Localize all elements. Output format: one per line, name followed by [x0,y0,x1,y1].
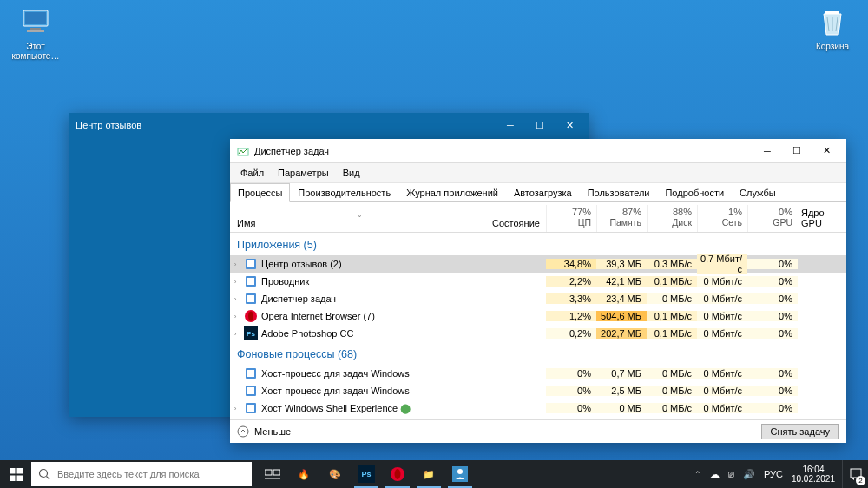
menu-options[interactable]: Параметры [271,165,336,181]
desktop-icon-label: Корзина [802,42,863,51]
notification-badge: 2 [856,476,865,485]
titlebar[interactable]: Центр отзывов ─ ☐ ✕ [69,113,589,137]
col-gpu[interactable]: 0%GPU [747,205,798,232]
titlebar[interactable]: Диспетчер задач ─ ☐ ✕ [230,139,846,163]
tab-0[interactable]: Процессы [230,183,290,202]
statusbar: Меньше Снять задачу [230,419,846,443]
fewer-details-button[interactable]: Меньше [237,425,291,438]
maximize-button[interactable]: ☐ [525,115,555,135]
mem-cell: 0 МБ [596,403,647,413]
col-state[interactable]: Состояние [489,213,546,232]
desktop-icon-thispc[interactable]: Этот компьюте… [5,5,66,61]
expand-chevron-icon[interactable]: › [230,260,240,268]
tray-chevron-icon[interactable]: ⌃ [694,470,701,478]
process-name: Хост Windows Shell Experience ⬤ [261,403,489,414]
taskmgr-icon [237,145,249,157]
process-row[interactable]: ›Центр отзывов (2)34,8%39,3 МБ0,3 МБ/с0,… [230,255,846,273]
clock[interactable]: 16:04 10.02.2021 [792,465,835,484]
maximize-button[interactable]: ☐ [782,141,812,162]
notifications-button[interactable]: 2 [842,460,868,488]
svg-rect-27 [265,470,272,475]
tab-3[interactable]: Автозагрузка [506,183,580,202]
end-task-button[interactable]: Снять задачу [761,424,840,439]
disk-cell: 0,3 МБ/с [647,259,697,269]
svg-rect-3 [27,30,44,32]
mem-cell: 0,7 МБ [596,368,647,379]
svg-line-26 [47,477,50,480]
cpu-cell: 2,2% [546,276,596,287]
volume-icon[interactable]: 🔊 [743,469,755,480]
process-row[interactable]: ›PsAdobe Photoshop CC0,2%202,7 МБ0,1 МБ/… [230,325,846,342]
disk-cell: 0,1 МБ/с [647,328,697,339]
net-cell: 0 Мбит/с [697,386,747,396]
process-row[interactable]: ›Opera Internet Browser (7)1,2%504,6 МБ0… [230,307,846,325]
taskbar-app-opera[interactable] [382,460,413,488]
wifi-icon[interactable]: ⎚ [728,469,734,479]
process-row[interactable]: Хост-процесс для задач Windows0%2,5 МБ0 … [230,382,846,399]
process-icon [244,257,258,271]
process-name: Диспетчер задач [261,293,489,304]
process-row[interactable]: ›Хост Windows Shell Experience ⬤0%0 МБ0 … [230,399,846,417]
process-list[interactable]: Приложения (5)›Центр отзывов (2)34,8%39,… [230,233,846,419]
svg-rect-17 [247,387,254,394]
expand-chevron-icon[interactable]: › [230,278,240,286]
cpu-cell: 0,2% [546,328,596,339]
expand-chevron-icon[interactable]: › [230,313,240,320]
taskbar-app[interactable]: 🎨 [319,460,351,488]
expand-chevron-icon[interactable]: › [230,330,240,338]
language-indicator[interactable]: РУС [764,469,783,479]
col-net[interactable]: 1%Сеть [697,205,747,232]
process-icon [244,401,258,415]
tab-5[interactable]: Подробности [657,183,732,202]
process-row[interactable]: ›Диспетчер задач3,3%23,4 МБ0 МБ/с0 Мбит/… [230,290,846,307]
gpu-cell: 0% [747,328,798,339]
menu-file[interactable]: Файл [233,165,271,181]
expand-chevron-icon[interactable]: › [230,295,240,303]
sort-indicator: ⌄ [357,211,363,219]
mem-cell: 2,5 МБ [596,386,647,396]
system-tray: ⌃ ☁ ⎚ 🔊 РУС 16:04 10.02.2021 [687,465,842,484]
process-icon [244,366,258,380]
col-mem[interactable]: 87%Память [596,205,647,232]
svg-rect-19 [247,405,254,412]
minimize-button[interactable]: ─ [753,141,782,162]
process-name: Opera Internet Browser (7) [261,311,489,321]
tab-1[interactable]: Производительность [290,183,398,202]
task-view-button[interactable] [257,460,288,488]
tab-6[interactable]: Службы [732,183,784,202]
start-button[interactable] [0,460,31,488]
minimize-button[interactable]: ─ [496,115,525,135]
col-name[interactable]: ⌄ Имя [230,213,489,232]
col-cpu[interactable]: 77%ЦП [546,205,596,232]
tab-4[interactable]: Пользователи [580,183,658,202]
desktop-icon-label: Этот компьюте… [5,42,66,61]
tab-2[interactable]: Журнал приложений [398,183,506,202]
taskbar-app[interactable]: 🔥 [288,460,319,488]
taskbar-app-feedback[interactable] [444,460,476,488]
close-button[interactable]: ✕ [812,141,841,162]
disk-cell: 0,1 МБ/с [647,276,697,287]
svg-rect-24 [16,475,23,481]
process-row[interactable]: ›Проводник2,2%42,1 МБ0,1 МБ/с0 Мбит/с0% [230,273,846,290]
gpu-cell: 0% [747,259,798,269]
menu-view[interactable]: Вид [336,165,367,181]
svg-point-13 [248,312,253,321]
svg-rect-2 [30,28,41,30]
process-icon [244,309,258,323]
taskbar-app-explorer[interactable]: 📁 [413,460,444,488]
col-disk[interactable]: 88%Диск [647,205,697,232]
onedrive-icon[interactable]: ☁ [710,469,720,480]
search-input[interactable]: Введите здесь текст для поиска [31,462,252,486]
disk-cell: 0,1 МБ/с [647,311,697,321]
svg-rect-4 [825,11,839,14]
net-cell: 0 Мбит/с [697,293,747,304]
col-gpu-engine[interactable]: Ядро GPU [798,202,846,232]
window-task-manager: Диспетчер задач ─ ☐ ✕ Файл Параметры Вид… [230,139,846,443]
close-button[interactable]: ✕ [555,115,584,135]
desktop-icon-recyclebin[interactable]: Корзина [802,5,863,51]
taskbar-app-photoshop[interactable]: Ps [351,460,382,488]
process-row[interactable]: Хост-процесс для задач Windows0%0,7 МБ0 … [230,365,846,382]
group-header: Приложения (5) [230,233,846,255]
expand-chevron-icon[interactable]: › [230,405,240,412]
flame-icon: 🔥 [298,469,310,480]
